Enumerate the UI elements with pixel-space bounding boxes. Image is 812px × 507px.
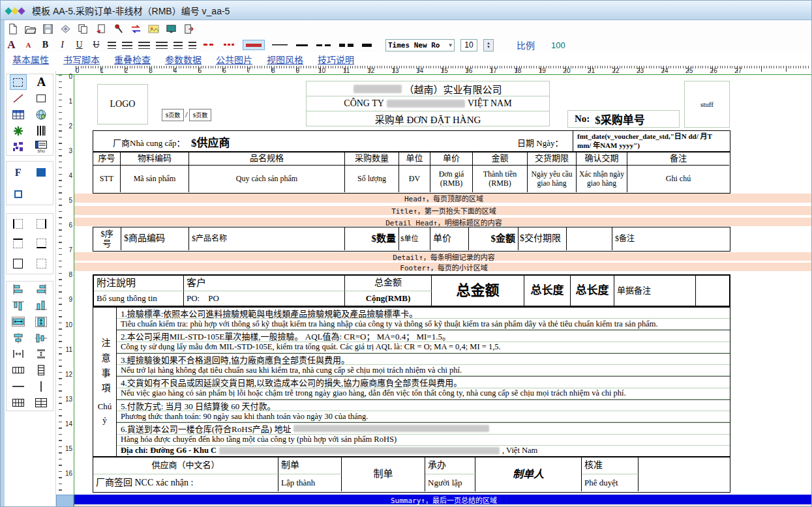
header-cell[interactable]: 交货期限 — [528, 152, 577, 166]
font-size-input[interactable]: 10 — [460, 39, 477, 51]
barcode-tool[interactable] — [33, 123, 50, 139]
paste-icon[interactable] — [94, 22, 108, 36]
horizontal-line-icon[interactable] — [10, 379, 27, 394]
grid-table-icon[interactable] — [10, 395, 27, 411]
note-line[interactable]: Phương thức thanh toán: 90 ngày sau khi … — [117, 411, 730, 422]
pin-icon[interactable] — [112, 22, 125, 36]
header-cell-vn[interactable]: ĐV — [399, 166, 430, 192]
totals-label-cn[interactable]: 总金额 — [345, 276, 432, 291]
tab-tips-help[interactable]: 技巧说明 — [318, 53, 354, 66]
tab-overlap-check[interactable]: 重叠检查 — [114, 53, 151, 66]
detail-record-row[interactable]: $序号 $商品编码 $产品名称 $数量 $单位 单价 $金额 $交付期限 $备注 — [93, 227, 730, 252]
supplier-cn-label[interactable]: 供应商（中文名） — [93, 457, 278, 474]
border-right-icon[interactable] — [33, 216, 50, 231]
selection-tool[interactable] — [10, 74, 27, 90]
supplier-sign-label[interactable]: 厂商签回 NCC xác nhận : — [93, 474, 278, 491]
note-line[interactable]: Tiêu chuẩn kiểm tra: phù hợp với thông s… — [117, 319, 730, 330]
copy-icon[interactable] — [76, 22, 90, 36]
header-cell[interactable]: 备注 — [627, 152, 729, 166]
note-line-address-vn[interactable]: Địa chỉ: Đường G6 - Khu C , Việt Nam — [117, 446, 730, 456]
tab-parameter-data[interactable]: 参数数据 — [165, 53, 202, 66]
same-height-icon[interactable] — [33, 314, 50, 330]
line-style-red-dash2-icon[interactable] — [202, 40, 217, 50]
maker-italic-field[interactable]: 制单人 — [475, 457, 582, 491]
date-value-field[interactable]: fmt_date(v_voucher_date_std,"日N dd/ 月T m… — [573, 130, 730, 151]
note-line[interactable]: 2.本公司采用MIL-STD-105E單次抽樣,一般撿驗。 AQL值為: CR=… — [117, 330, 730, 341]
tab-write-script[interactable]: 书写脚本 — [63, 53, 100, 66]
align-bottoms-icon[interactable] — [33, 298, 50, 313]
header-cell-vn[interactable]: Số lượng — [345, 166, 399, 192]
header-cell-vn[interactable]: Thành tiền (RMB) — [473, 166, 528, 192]
header-cell-vn[interactable]: Xác nhận ngày giao hàng — [577, 166, 627, 192]
line-tool[interactable] — [10, 91, 27, 106]
document-title[interactable]: 采购单 ĐƠN ĐẶT HÀNG — [307, 111, 549, 126]
space-vertical-icon[interactable] — [33, 346, 50, 362]
detail-cell[interactable]: $金额 — [469, 227, 519, 250]
center-vertical-icon[interactable] — [33, 330, 50, 346]
preview-icon[interactable] — [59, 22, 72, 36]
text-tool[interactable]: A — [33, 74, 50, 90]
note-line[interactable]: 1.撿驗標準:依照本公司進料撿驗規範與电线類產品撿驗規範及產品撿驗標準卡。 — [117, 308, 730, 319]
vertical-line-icon[interactable] — [33, 379, 50, 394]
center-horizontal-icon[interactable] — [10, 330, 27, 346]
header-cell[interactable]: 序号 — [93, 152, 121, 166]
line-style-dash-icon[interactable] — [315, 40, 332, 50]
font-select[interactable]: Times New Ro ▼ — [385, 39, 455, 51]
totals-amount-field[interactable]: 总金额 — [432, 276, 524, 306]
totals-note-label-vn[interactable]: Bổ sung thông tin — [94, 291, 184, 306]
band-footer[interactable]: Footer↑，每页的小计区域 — [74, 263, 812, 271]
line-style-thin-icon[interactable] — [271, 40, 289, 50]
note-line[interactable]: Nếu trở lại hàng không đạt tiêu chuẩn sa… — [117, 365, 730, 376]
table-rows-icon[interactable] — [33, 362, 50, 378]
table-tool[interactable] — [10, 107, 27, 123]
note-line[interactable]: 5.付款方式: 当月 30 日結算後 60 天付款。 — [117, 399, 730, 411]
totals-customer-label[interactable]: 客户 — [184, 276, 345, 291]
barcode-2d-tool[interactable] — [10, 123, 27, 139]
band-detail[interactable]: Detail↑，每条明细记录的内容 — [74, 252, 812, 261]
signature-empty-cell[interactable] — [639, 457, 729, 491]
totals-length2-field[interactable]: 总长度 — [571, 276, 614, 306]
border-all-icon[interactable] — [10, 256, 27, 272]
field-tool[interactable]: F — [10, 165, 27, 181]
tab-view-style[interactable]: 视图风格 — [267, 53, 303, 66]
page-total-field[interactable]: $页数 — [189, 109, 211, 121]
align-bottom-icon[interactable] — [108, 42, 116, 49]
note-line-address-cn[interactable]: 6.貨送到本公司一楼仓库(符合RoHS产品) 地址 — [117, 422, 730, 434]
line-style-red-dash3-icon[interactable] — [222, 40, 237, 50]
header-cell[interactable]: 物料编码 — [121, 152, 189, 166]
totals-doc-remark-field[interactable]: 单据备注 — [614, 276, 696, 306]
maker-label-vn[interactable]: Lập thành — [278, 474, 342, 491]
maker-center-field[interactable]: 制单 — [342, 457, 425, 491]
totals-label-vn[interactable]: Cộng(RMB) — [345, 291, 432, 306]
totals-po-line[interactable]: PO: PO — [184, 291, 345, 306]
border-bottom-icon[interactable] — [33, 236, 50, 252]
header-cell-vn[interactable]: Ngày yêu cầu giao hàng — [528, 166, 577, 192]
note-line[interactable]: Nếu việc giao hàng có sản phẩm bị lỗi ho… — [117, 388, 730, 399]
line-style-medium-icon[interactable] — [295, 40, 309, 50]
stuff-box[interactable]: stuff — [684, 81, 730, 128]
company-header-box[interactable]: （越南）实业有限公司 CÔNG TY VIỆT NAM 采购单 ĐƠN ĐẶT … — [306, 81, 550, 126]
note-line[interactable]: 4.交貨如有不良品或因延誤交貨日期,以致造成本公司的損失,協力廠商應負全部责任與… — [117, 376, 730, 388]
order-number-box[interactable]: No: $采购单号 — [567, 110, 680, 128]
spinner-down-icon[interactable]: ▼ — [487, 45, 490, 49]
note-line[interactable]: 3.經撿驗後如果不合格退回時,協力廠商應負全部责任與费用。 — [117, 353, 730, 365]
detail-header-table[interactable]: 序号 物料编码 品名规格 采购数量 单位 单价 金额 交货期限 确认交期 备注 … — [93, 152, 730, 194]
detail-cell[interactable]: $产品名称 — [189, 227, 345, 250]
table-columns-icon[interactable] — [10, 362, 27, 378]
signature-table[interactable]: 供应商（中文名） 厂商签回 NCC xác nhận : 制单 Lập thàn… — [93, 457, 730, 493]
underline-icon[interactable]: U — [74, 40, 85, 51]
band-head[interactable]: Head↑，每页顶部的区域 — [74, 194, 812, 203]
band-detail-head[interactable]: Detail_Head↑，明细标题区的内容 — [74, 218, 812, 226]
image-globe-tool[interactable] — [33, 107, 50, 123]
page-count-field[interactable]: $页数 — [162, 109, 184, 121]
border-none-icon[interactable] — [33, 256, 50, 272]
picture-icon[interactable] — [147, 22, 160, 36]
font-small-icon[interactable]: A — [23, 40, 34, 51]
pattern-image-tool[interactable] — [10, 139, 27, 155]
vendor-row[interactable]: 厂商Nhà cung cấp： $供应商 日期 Ngày： fmt_date(v… — [93, 130, 730, 152]
border-left-icon[interactable] — [10, 216, 27, 231]
company-name-vn[interactable]: CÔNG TY VIỆT NAM — [307, 96, 549, 111]
bold-icon[interactable]: B — [40, 40, 51, 51]
border-top-icon[interactable] — [10, 236, 27, 252]
align-lefts-icon[interactable] — [10, 282, 27, 297]
